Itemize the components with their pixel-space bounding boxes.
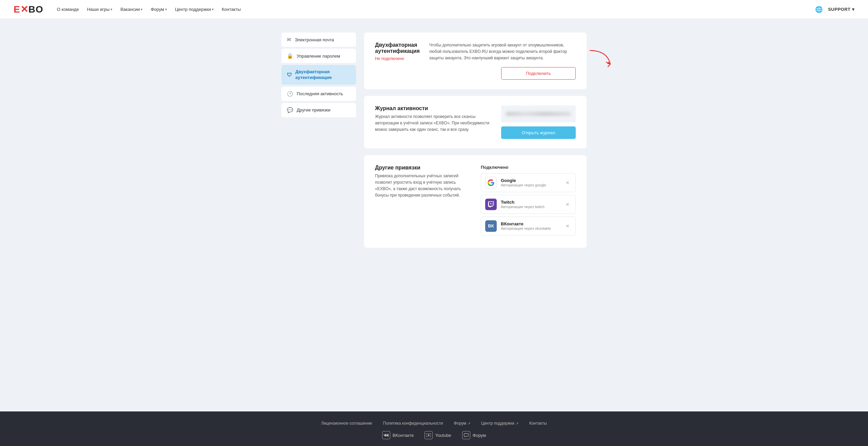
activity-card: Журнал активности Журнал активности позв… <box>364 96 587 148</box>
sidebar-item-password[interactable]: 🔒 Управление паролем <box>281 49 356 63</box>
vk-binding-desc: Авторизация через vkontakte <box>501 226 560 230</box>
tfa-card-right: Чтобы дополнительно защитить игровой акк… <box>429 42 576 80</box>
clock-icon: 🕐 <box>287 91 293 97</box>
bindings-card-left: Другие привязки Привязка дополнительных … <box>375 165 471 199</box>
nav-games[interactable]: Наши игры ▾ <box>87 7 113 12</box>
activity-card-left: Журнал активности Журнал активности позв… <box>375 105 492 139</box>
open-journal-button[interactable]: Открыть журнал <box>501 126 576 139</box>
tfa-title: Двухфакторная аутентификация <box>375 42 420 54</box>
chevron-up-icon: ↗ <box>468 422 470 425</box>
chevron-down-icon: ▾ <box>141 7 142 11</box>
logo[interactable]: E✕BO <box>14 4 43 15</box>
content-wrapper: ✉ Электронная почта 🔒 Управление паролем… <box>281 33 587 398</box>
nav-vacancies[interactable]: Вакансии ▾ <box>120 7 142 12</box>
tfa-card: Двухфакторная аутентификация Не подключе… <box>364 33 587 89</box>
support-button[interactable]: SUPPORT ▾ <box>828 7 854 12</box>
globe-icon[interactable]: 🌐 <box>815 6 823 13</box>
chevron-down-icon: ▾ <box>212 7 214 11</box>
footer-support[interactable]: Центр поддержки ↗ <box>481 421 518 426</box>
footer-privacy[interactable]: Политика конфиденциальности <box>383 421 443 426</box>
binding-item-vk: ВК ВКонтакте Авторизация через vkontakte… <box>481 217 576 236</box>
binding-item-twitch: Twitch Авторизация через twitch ✕ <box>481 195 576 214</box>
google-binding-name: Google <box>501 178 560 183</box>
forum-social-icon <box>462 431 470 439</box>
twitch-remove-button[interactable]: ✕ <box>564 201 571 208</box>
bindings-description: Привязка дополнительных учётных записей … <box>375 173 471 199</box>
nav-contacts[interactable]: Контакты <box>222 7 241 12</box>
social-vk[interactable]: ВКонтакте <box>382 431 414 439</box>
social-forum[interactable]: Форум <box>462 431 486 439</box>
chevron-down-icon: ▾ <box>165 7 167 11</box>
bindings-card-right: Подключено Google <box>481 165 576 238</box>
tfa-card-left: Двухфакторная аутентификация Не подключе… <box>375 42 420 80</box>
shield-icon: 🛡 <box>287 72 292 78</box>
vk-binding-name: ВКонтакте <box>501 221 560 226</box>
chevron-down-icon: ▾ <box>111 7 112 11</box>
vk-icon: ВК <box>485 220 497 232</box>
nav-about[interactable]: О команде <box>57 7 79 12</box>
google-binding-desc: Авторизация через google <box>501 183 560 187</box>
twitch-binding-info: Twitch Авторизация через twitch <box>501 200 560 209</box>
binding-item-google: Google Авторизация через google ✕ <box>481 173 576 192</box>
google-icon <box>485 177 497 188</box>
main-nav: О команде Наши игры ▾ Вакансии ▾ Форум ▾… <box>57 7 815 12</box>
activity-description: Журнал активности позволяет проверить вс… <box>375 114 492 133</box>
youtube-social-icon <box>425 431 433 439</box>
header: E✕BO О команде Наши игры ▾ Вакансии ▾ Фо… <box>0 0 868 19</box>
sidebar-item-activity[interactable]: 🕐 Последняя активность <box>281 87 356 101</box>
footer-license[interactable]: Лицензионное соглашение <box>321 421 372 426</box>
red-arrow-annotation <box>587 47 617 74</box>
chevron-up-icon: ↗ <box>516 422 518 425</box>
main-content: ✉ Электронная почта 🔒 Управление паролем… <box>0 19 868 411</box>
activity-card-right: Открыть журнал <box>501 105 576 139</box>
footer-links: Лицензионное соглашение Политика конфиде… <box>14 421 854 426</box>
sidebar-item-email[interactable]: ✉ Электронная почта <box>281 33 356 47</box>
twitch-binding-name: Twitch <box>501 200 560 205</box>
chat-icon: 💬 <box>287 107 293 113</box>
tfa-subtitle: Не подключено <box>375 56 420 61</box>
footer: Лицензионное соглашение Политика конфиде… <box>0 411 868 446</box>
sidebar-item-2fa[interactable]: 🛡 Двухфакторная аутентификация <box>281 65 356 85</box>
svg-rect-2 <box>464 433 468 436</box>
footer-social: ВКонтакте Youtube Форум <box>14 431 854 439</box>
vk-remove-button[interactable]: ✕ <box>564 223 571 229</box>
activity-blur-content <box>506 112 571 116</box>
nav-support[interactable]: Центр поддержки ▾ <box>175 7 214 12</box>
footer-forum[interactable]: Форум ↗ <box>454 421 470 426</box>
activity-title: Журнал активности <box>375 105 492 112</box>
sidebar-item-bindings[interactable]: 💬 Другие привязки <box>281 103 356 117</box>
social-youtube[interactable]: Youtube <box>425 431 451 439</box>
vk-social-icon <box>382 431 390 439</box>
cards-area: Двухфакторная аутентификация Не подключе… <box>364 33 587 398</box>
connected-label: Подключено <box>481 165 576 170</box>
footer-contacts[interactable]: Контакты <box>529 421 547 426</box>
twitch-binding-desc: Авторизация через twitch <box>501 205 560 209</box>
header-right: 🌐 SUPPORT ▾ <box>815 6 854 13</box>
vk-binding-info: ВКонтакте Авторизация через vkontakte <box>501 221 560 230</box>
bindings-card: Другие привязки Привязка дополнительных … <box>364 155 587 248</box>
google-remove-button[interactable]: ✕ <box>564 179 571 186</box>
lock-icon: 🔒 <box>287 53 293 59</box>
google-binding-info: Google Авторизация через google <box>501 178 560 187</box>
activity-preview <box>501 105 576 122</box>
email-icon: ✉ <box>287 37 291 43</box>
svg-marker-1 <box>428 434 430 436</box>
logo-text: E✕BO <box>14 4 43 15</box>
chevron-down-icon: ▾ <box>852 7 855 12</box>
connect-button[interactable]: Подключить <box>501 67 576 80</box>
nav-forum[interactable]: Форум ▾ <box>151 7 167 12</box>
bindings-title: Другие привязки <box>375 165 471 171</box>
twitch-icon <box>485 199 497 210</box>
sidebar: ✉ Электронная почта 🔒 Управление паролем… <box>281 33 356 398</box>
tfa-description: Чтобы дополнительно защитить игровой акк… <box>429 42 576 62</box>
